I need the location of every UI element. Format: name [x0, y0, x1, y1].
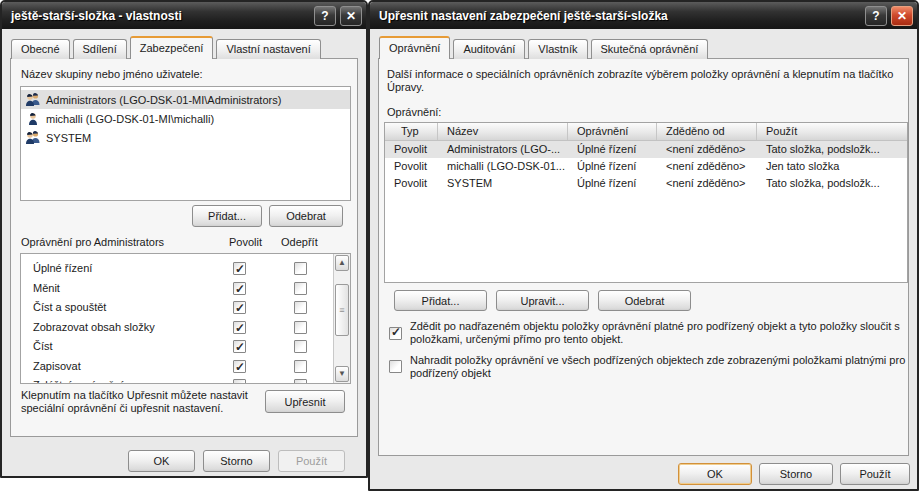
inherit-checkbox[interactable] [389, 327, 402, 340]
description-text: Další informace o speciálních oprávněníc… [387, 68, 903, 94]
table-row[interactable]: Povolit SYSTEM Úplné řízení <není zděděn… [385, 175, 907, 192]
cell-typ: Povolit [385, 141, 438, 158]
table-row[interactable]: Povolit michalli (LGO-DSK-01... Úplné ří… [385, 158, 907, 175]
table-row[interactable]: Povolit Administrators (LGO-... Úplné ří… [385, 141, 907, 158]
allow-checkbox[interactable] [233, 262, 246, 275]
permission-row[interactable]: Zapisovat [21, 357, 350, 377]
cell-zdedeno-od: <není zděděno> [657, 141, 757, 158]
column-header-pouzit[interactable]: Použít [757, 123, 907, 140]
cell-typ: Povolit [385, 175, 438, 192]
tab-skutecna-opravneni[interactable]: Skutečná oprávnění [591, 39, 709, 59]
user-group-list[interactable]: Administrators (LGO-DSK-01-MI\Administra… [20, 86, 351, 201]
permissions-scrollbar[interactable]: ▲ ≡ ▼ [333, 254, 350, 383]
ok-button[interactable]: OK [678, 463, 752, 485]
table-header[interactable]: Typ Název Oprávnění Zděděno od Použít [385, 123, 907, 141]
permission-name: Zapisovat [33, 357, 81, 377]
permissions-for-label: Oprávnění pro Administrators [21, 236, 164, 248]
allow-checkbox[interactable] [233, 321, 246, 334]
permission-row[interactable]: Zobrazovat obsah složky [21, 318, 350, 338]
scroll-down-icon[interactable]: ▼ [335, 366, 349, 382]
allow-checkbox[interactable] [233, 360, 246, 373]
replace-checkbox[interactable] [389, 360, 402, 373]
ok-button[interactable]: OK [128, 450, 195, 472]
tab-vlastnik[interactable]: Vlastník [528, 39, 587, 59]
user-entry-label: michalli (LGO-DSK-01-MI\michalli) [46, 113, 214, 125]
deny-checkbox[interactable] [294, 379, 307, 384]
allow-checkbox[interactable] [233, 379, 246, 384]
column-header-typ[interactable]: Typ [385, 123, 438, 140]
cell-typ: Povolit [385, 158, 438, 175]
cancel-button[interactable]: Storno [203, 450, 270, 472]
properties-dialog: ještě-starší-složka - vlastnosti ? ✕ Obe… [0, 0, 368, 478]
deny-checkbox[interactable] [294, 360, 307, 373]
permission-row[interactable]: Zvláštní oprávnění [21, 376, 350, 384]
cell-opravneni: Úplné řízení [568, 175, 657, 192]
cancel-button[interactable]: Storno [759, 463, 833, 485]
replace-checkbox-label: Nahradit položky oprávnění ve všech podř… [410, 354, 908, 380]
permission-entries-table[interactable]: Typ Název Oprávnění Zděděno od Použít Po… [384, 122, 908, 283]
cell-nazev: michalli (LGO-DSK-01... [438, 158, 568, 175]
permission-row[interactable]: Úplné řízení [21, 259, 350, 279]
permission-name: Úplné řízení [33, 259, 92, 279]
list-item[interactable]: Administrators (LGO-DSK-01-MI\Administra… [21, 90, 350, 109]
deny-checkbox[interactable] [294, 262, 307, 275]
permission-row[interactable]: Číst a spouštět [21, 298, 350, 318]
properties-titlebar[interactable]: ještě-starší-složka - vlastnosti ? ✕ [2, 2, 366, 29]
close-icon[interactable]: ✕ [891, 6, 913, 26]
allow-checkbox[interactable] [233, 340, 246, 353]
remove-entry-button[interactable]: Odebrat [598, 290, 691, 311]
help-button[interactable]: ? [314, 6, 336, 26]
list-item[interactable]: SYSTEM [21, 128, 350, 147]
apply-button[interactable]: Použít [840, 463, 910, 485]
tab-sdileni[interactable]: Sdílení [73, 39, 127, 59]
user-icon [25, 111, 41, 126]
permissions-list[interactable]: Úplné řízení Měnit Číst a spouštět Zobra… [20, 253, 351, 384]
scroll-up-icon[interactable]: ▲ [335, 255, 349, 271]
permission-row[interactable]: Číst [21, 337, 350, 357]
group-icon [25, 130, 41, 145]
cell-pouzit: Jen tato složka [757, 158, 907, 175]
allow-checkbox[interactable] [233, 301, 246, 314]
column-header-opravneni[interactable]: Oprávnění [568, 123, 657, 140]
add-entry-button[interactable]: Přidat... [394, 290, 487, 311]
advanced-titlebar[interactable]: Upřesnit nastavení zabezpečení ještě-sta… [370, 2, 917, 29]
deny-checkbox[interactable] [294, 340, 307, 353]
remove-user-button[interactable]: Odebrat [269, 205, 343, 227]
deny-checkbox[interactable] [294, 282, 307, 295]
cell-nazev: Administrators (LGO-... [438, 141, 568, 158]
group-icon [25, 92, 41, 107]
scroll-thumb[interactable]: ≡ [335, 284, 349, 336]
allow-checkbox[interactable] [233, 282, 246, 295]
tab-obecne[interactable]: Obecné [11, 39, 70, 59]
add-user-button[interactable]: Přidat... [192, 205, 262, 227]
column-header-nazev[interactable]: Název [438, 123, 568, 140]
permission-row[interactable]: Měnit [21, 279, 350, 299]
permission-name: Zvláštní oprávnění [33, 376, 124, 384]
permission-name: Číst [33, 337, 53, 357]
advanced-security-dialog: Upřesnit nastavení zabezpečení ještě-sta… [368, 0, 919, 491]
advanced-button[interactable]: Upřesnit [265, 390, 345, 413]
deny-checkbox[interactable] [294, 321, 307, 334]
cell-zdedeno-od: <není zděděno> [657, 158, 757, 175]
help-button[interactable]: ? [865, 6, 887, 26]
cell-pouzit: Tato složka, podsložk... [757, 141, 907, 158]
permission-name: Měnit [33, 279, 60, 299]
list-item[interactable]: michalli (LGO-DSK-01-MI\michalli) [21, 109, 350, 128]
column-header-zdedeno-od[interactable]: Zděděno od [657, 123, 757, 140]
cell-opravneni: Úplné řízení [568, 158, 657, 175]
tab-auditovani[interactable]: Auditování [453, 39, 525, 59]
properties-title: ještě-starší-složka - vlastnosti [2, 9, 314, 23]
tab-vlastni-nastaveni[interactable]: Vlastní nastavení [216, 39, 320, 59]
tab-opravneni[interactable]: Oprávnění [379, 36, 450, 59]
advanced-tabstrip: Oprávnění Auditování Vlastník Skutečná o… [379, 36, 708, 59]
advanced-hint-text: Klepnutím na tlačítko Upřesnit můžete na… [21, 389, 259, 415]
allow-column-header: Povolit [229, 236, 262, 248]
deny-checkbox[interactable] [294, 301, 307, 314]
edit-entry-button[interactable]: Upravit... [496, 290, 589, 311]
tab-zabezpeceni[interactable]: Zabezpečení [130, 36, 214, 59]
close-icon[interactable]: ✕ [340, 6, 362, 26]
cell-opravneni: Úplné řízení [568, 141, 657, 158]
permissions-label: Oprávnění: [387, 106, 441, 118]
properties-tabstrip: Obecné Sdílení Zabezpečení Vlastní nasta… [11, 36, 321, 59]
user-entry-label: Administrators (LGO-DSK-01-MI\Administra… [46, 94, 281, 106]
